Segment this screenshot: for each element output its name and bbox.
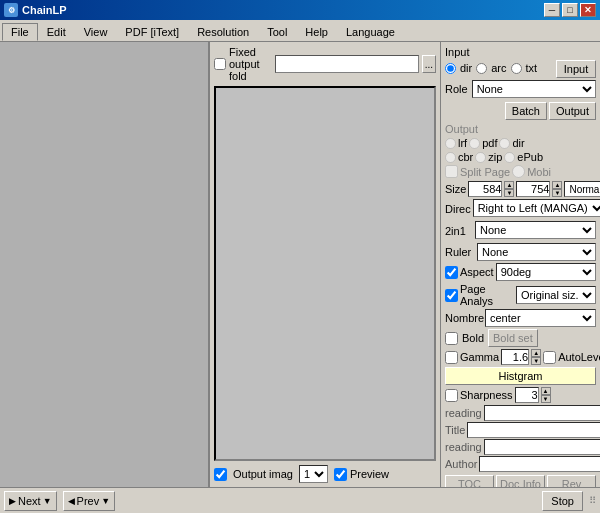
twoInOne-label: 2in1 — [445, 225, 473, 237]
toc-button[interactable]: TOC — [445, 475, 494, 487]
menu-language[interactable]: Language — [337, 23, 404, 41]
title-bar: ⚙ ChainLP ─ □ ✕ — [0, 0, 600, 20]
menu-file[interactable]: File — [2, 23, 38, 41]
title-input[interactable] — [467, 422, 600, 438]
sharpness-spinner[interactable]: ▲ ▼ — [541, 387, 551, 403]
direc-select[interactable]: Right to Left (MANGA) Left to Right — [473, 199, 600, 217]
title-label: Title — [445, 424, 465, 436]
radio-zip[interactable] — [475, 152, 486, 163]
input-button[interactable]: Input — [556, 60, 596, 78]
stop-button[interactable]: Stop — [542, 491, 583, 511]
twoInOne-row: 2in1 None — [445, 221, 596, 241]
radio-cbr[interactable] — [445, 152, 456, 163]
split-page-checkbox[interactable] — [445, 165, 458, 178]
reading-title-row: reading — [445, 405, 596, 421]
batch-output-row: Batch Output — [445, 102, 596, 120]
batch-button[interactable]: Batch — [505, 102, 547, 120]
sharpness-up[interactable]: ▲ — [541, 387, 551, 395]
page-analys-checkbox[interactable] — [445, 289, 458, 302]
fixed-output-checkbox[interactable] — [214, 58, 226, 70]
gamma-input[interactable] — [501, 349, 529, 365]
output-img-select[interactable]: 1 2 3 — [299, 465, 328, 483]
radio-epub[interactable] — [504, 152, 515, 163]
ruler-row: Ruler None — [445, 243, 596, 261]
prev-arrow-icon: ◀ — [68, 496, 75, 506]
gamma-spinner[interactable]: ▲ ▼ — [531, 349, 541, 365]
menu-bar: File Edit View PDF [iText] Resolution To… — [0, 20, 600, 42]
output-img-checkbox[interactable] — [214, 468, 227, 481]
size-height-input[interactable] — [516, 181, 550, 197]
fixed-output-label[interactable]: Fixed output fold — [214, 46, 272, 82]
reading-title-input[interactable] — [484, 405, 600, 421]
gamma-up[interactable]: ▲ — [531, 349, 541, 357]
preview-checkbox[interactable] — [334, 468, 347, 481]
preview-check[interactable]: Preview — [334, 468, 389, 481]
sharpness-down[interactable]: ▼ — [541, 395, 551, 403]
radio-lrf[interactable] — [445, 138, 456, 149]
aspect-select[interactable]: 90deg — [496, 263, 596, 281]
menu-resolution[interactable]: Resolution — [188, 23, 258, 41]
reading-author-row: reading — [445, 439, 596, 455]
autolevel-checkbox[interactable] — [543, 351, 556, 364]
prev-button[interactable]: ◀ Prev ▼ — [63, 491, 116, 511]
author-input[interactable] — [479, 456, 600, 472]
folder-row: Fixed output fold ... — [214, 46, 436, 82]
center-bottom: Output imag 1 2 3 Preview — [214, 465, 436, 483]
resize-grip: ⠿ — [589, 495, 596, 506]
size-label: Size — [445, 183, 466, 195]
sharpness-input[interactable] — [515, 387, 539, 403]
menu-help[interactable]: Help — [296, 23, 337, 41]
bold-set-button[interactable]: Bold set — [488, 329, 538, 347]
minimize-button[interactable]: ─ — [544, 3, 560, 17]
nombre-select[interactable]: center — [485, 309, 596, 327]
prev-dropdown-icon: ▼ — [101, 496, 110, 506]
bold-label: Bold — [462, 332, 484, 344]
gamma-down[interactable]: ▼ — [531, 357, 541, 365]
size-height-spinner[interactable]: ▲ ▼ — [552, 181, 562, 197]
aspect-checkbox[interactable] — [445, 266, 458, 279]
size-height-up[interactable]: ▲ — [552, 181, 562, 189]
histgram-button[interactable]: Histgram — [445, 367, 596, 385]
size-width-spinner[interactable]: ▲ ▼ — [504, 181, 514, 197]
twoInOne-select[interactable]: None — [475, 221, 596, 239]
size-height-down[interactable]: ▼ — [552, 189, 562, 197]
output-radio-group: lrf pdf dir — [445, 137, 596, 149]
output-radio-group2: cbr zip ePub — [445, 151, 596, 163]
main-container: Fixed output fold ... Output imag 1 2 3 … — [0, 42, 600, 487]
reading-author-input[interactable] — [484, 439, 600, 455]
sharpness-checkbox[interactable] — [445, 389, 458, 402]
menu-edit[interactable]: Edit — [38, 23, 75, 41]
radio-mobi[interactable] — [512, 165, 525, 178]
size-width-input[interactable] — [468, 181, 502, 197]
output-button[interactable]: Output — [549, 102, 596, 120]
menu-tool[interactable]: Tool — [258, 23, 296, 41]
folder-path-input[interactable] — [275, 55, 419, 73]
aspect-row: Aspect 90deg — [445, 263, 596, 281]
radio-arc[interactable] — [476, 63, 487, 74]
ruler-label: Ruler — [445, 246, 473, 258]
size-mode-select[interactable]: Normal — [564, 181, 600, 197]
maximize-button[interactable]: □ — [562, 3, 578, 17]
page-analys-select[interactable]: Original siz. — [516, 286, 596, 304]
menu-pdf[interactable]: PDF [iText] — [116, 23, 188, 41]
nombre-row: Nombre center — [445, 309, 596, 327]
browse-button[interactable]: ... — [422, 55, 436, 73]
size-width-up[interactable]: ▲ — [504, 181, 514, 189]
radio-pdf[interactable] — [469, 138, 480, 149]
next-button[interactable]: ▶ Next ▼ — [4, 491, 57, 511]
doc-info-button[interactable]: Doc Info — [496, 475, 545, 487]
rev-button[interactable]: Rev — [547, 475, 596, 487]
role-select[interactable]: None — [472, 80, 596, 98]
close-button[interactable]: ✕ — [580, 3, 596, 17]
sharpness-row: Sharpness ▲ ▼ — [445, 387, 596, 403]
size-width-down[interactable]: ▼ — [504, 189, 514, 197]
radio-dir[interactable] — [445, 63, 456, 74]
gamma-checkbox[interactable] — [445, 351, 458, 364]
radio-dir-out[interactable] — [499, 138, 510, 149]
menu-view[interactable]: View — [75, 23, 117, 41]
bold-checkbox[interactable] — [445, 332, 458, 345]
ruler-select[interactable]: None — [477, 243, 596, 261]
radio-txt[interactable] — [511, 63, 522, 74]
size-row: Size ▲ ▼ ▲ ▼ Normal — [445, 181, 596, 197]
title-row: Title — [445, 422, 596, 438]
